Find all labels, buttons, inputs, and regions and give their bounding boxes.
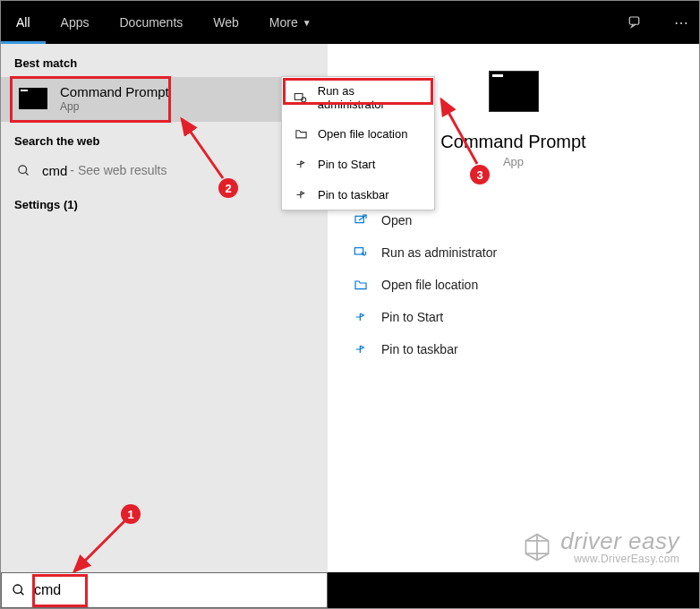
ctx-pin-start-label: Pin to Start bbox=[318, 158, 375, 171]
tab-all[interactable]: All bbox=[1, 1, 46, 44]
tab-more-label: More bbox=[269, 15, 298, 30]
detail-actions: Open Run as administrator Open file loca… bbox=[350, 204, 677, 365]
ctx-pin-taskbar-label: Pin to taskbar bbox=[318, 188, 389, 202]
taskbar-row bbox=[1, 572, 699, 608]
watermark-name: driver easy bbox=[560, 529, 679, 553]
ctx-pin-start[interactable]: Pin to Start bbox=[282, 149, 434, 179]
pin-start-icon bbox=[293, 156, 309, 172]
action-pin-taskbar-label: Pin to taskbar bbox=[381, 342, 458, 356]
settings-header[interactable]: Settings (1) bbox=[1, 185, 328, 219]
search-filter-tabs: All Apps Documents Web More ▼ ⋯ bbox=[1, 1, 699, 44]
result-command-prompt[interactable]: Command Prompt App bbox=[1, 77, 328, 122]
result-subtype: App bbox=[60, 100, 169, 113]
action-pin-start-label: Pin to Start bbox=[381, 310, 443, 324]
action-pin-taskbar[interactable]: Pin to taskbar bbox=[350, 333, 677, 365]
ctx-run-admin-label: Run as administrator bbox=[318, 84, 423, 111]
annotation-badge-3: 3 bbox=[470, 165, 490, 184]
annotation-badge-2: 2 bbox=[218, 178, 238, 198]
more-options-icon[interactable]: ⋯ bbox=[663, 14, 699, 31]
search-icon bbox=[11, 582, 27, 598]
tab-documents[interactable]: Documents bbox=[104, 1, 198, 44]
action-run-admin[interactable]: Run as administrator bbox=[350, 236, 677, 269]
watermark-url: www.DriverEasy.com bbox=[560, 553, 679, 565]
svg-line-11 bbox=[21, 592, 23, 595]
taskbar-search-box[interactable] bbox=[1, 572, 328, 608]
action-pin-start[interactable]: Pin to Start bbox=[350, 301, 677, 333]
watermark: driver easy www.DriverEasy.com bbox=[521, 529, 679, 565]
tab-web[interactable]: Web bbox=[198, 1, 254, 44]
chevron-down-icon: ▼ bbox=[303, 18, 312, 28]
feedback-icon[interactable] bbox=[627, 14, 663, 30]
pin-start-icon bbox=[353, 309, 369, 325]
web-query-hint: - See web results bbox=[70, 163, 166, 177]
tab-more[interactable]: More ▼ bbox=[254, 1, 327, 44]
search-web-header: Search the web bbox=[1, 122, 328, 155]
web-search-result[interactable]: cmd - See web results bbox=[1, 155, 328, 185]
open-icon bbox=[353, 212, 369, 228]
web-query-text: cmd bbox=[42, 163, 67, 178]
run-admin-icon bbox=[353, 244, 369, 261]
watermark-logo-icon bbox=[521, 531, 553, 563]
svg-point-10 bbox=[13, 585, 21, 593]
ctx-open-location[interactable]: Open file location bbox=[282, 118, 434, 149]
ctx-pin-taskbar[interactable]: Pin to taskbar bbox=[282, 179, 434, 210]
search-icon bbox=[15, 162, 31, 178]
svg-point-1 bbox=[18, 165, 26, 173]
svg-line-2 bbox=[25, 172, 28, 175]
action-run-admin-label: Run as administrator bbox=[381, 245, 497, 260]
annotation-badge-1: 1 bbox=[121, 504, 141, 524]
pin-taskbar-icon bbox=[353, 341, 369, 357]
detail-app-icon bbox=[489, 71, 539, 112]
folder-icon bbox=[353, 277, 369, 293]
results-left-pane: Best match Command Prompt App Search the… bbox=[1, 44, 328, 572]
best-match-header: Best match bbox=[1, 44, 328, 77]
taskbar-remainder bbox=[328, 572, 699, 608]
action-open-location-label: Open file location bbox=[381, 278, 478, 292]
action-open-location[interactable]: Open file location bbox=[350, 269, 677, 301]
result-title: Command Prompt bbox=[60, 84, 169, 99]
command-prompt-icon bbox=[19, 88, 47, 109]
folder-icon bbox=[293, 125, 309, 142]
svg-rect-0 bbox=[629, 17, 639, 24]
ctx-run-admin[interactable]: Run as administrator bbox=[282, 77, 434, 118]
context-menu: Run as administrator Open file location … bbox=[281, 76, 435, 210]
pin-taskbar-icon bbox=[293, 186, 309, 202]
search-input[interactable] bbox=[34, 573, 327, 607]
action-open-label: Open bbox=[381, 213, 412, 227]
ctx-open-location-label: Open file location bbox=[318, 127, 407, 141]
tab-apps[interactable]: Apps bbox=[46, 1, 105, 44]
run-admin-icon bbox=[293, 90, 309, 106]
